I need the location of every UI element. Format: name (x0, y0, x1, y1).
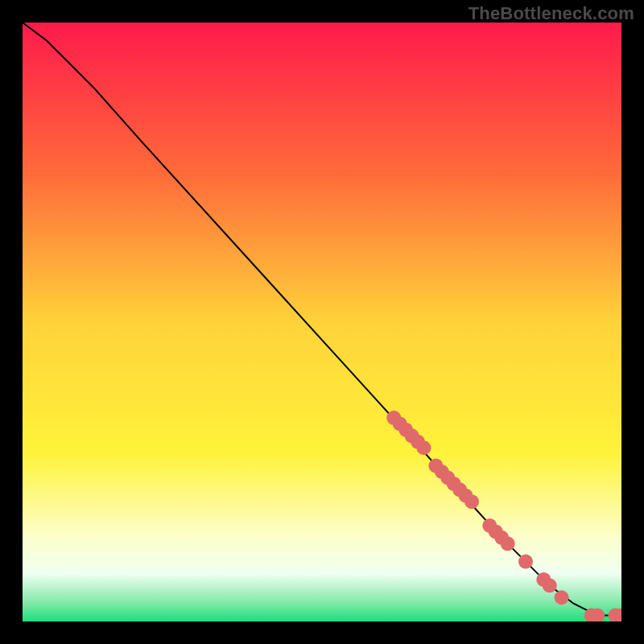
data-marker (501, 536, 515, 551)
chart-svg (23, 23, 621, 621)
plot-area (23, 23, 621, 621)
data-marker (416, 440, 431, 455)
data-marker (518, 555, 533, 569)
chart-stage: TheBottleneck.com (0, 0, 644, 644)
data-marker (464, 494, 479, 509)
gradient-background (23, 23, 621, 621)
watermark-text: TheBottleneck.com (469, 3, 634, 24)
data-marker (543, 578, 557, 592)
data-marker (555, 590, 569, 605)
